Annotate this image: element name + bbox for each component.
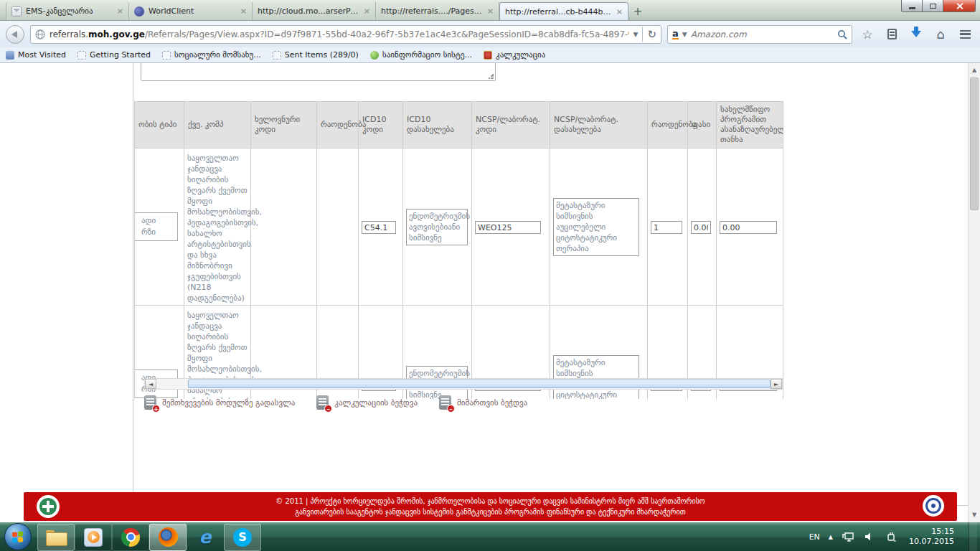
page-vertical-scrollbar[interactable]: ▲ ▼ [968,63,980,522]
downloads-button[interactable] [907,25,925,44]
network-icon[interactable] [842,530,854,543]
volume-icon[interactable] [863,530,876,543]
hidden-icons-arrow-icon[interactable]: ▲ [829,534,833,540]
taskbar-ie-button[interactable]: e [187,524,224,551]
program-text: საყოველთაო ჯანდაცვა სიღარიბის ზღვარს ქვე… [187,153,248,303]
page-footer: © 2011 | პროექტი ხორციელდება შრომის, ჯან… [24,492,957,521]
tab-close-icon[interactable]: × [117,6,123,16]
back-button[interactable] [6,25,24,44]
table-horizontal-scrollbar[interactable]: ◄ ► [144,378,783,390]
tab-title: http://referrals..../Pages/List.aspx [381,6,483,16]
footer-line1: © 2011 | პროექტი ხორციელდება შრომის, ჯან… [24,496,957,507]
tab-referrals-list[interactable]: http://referrals..../Pages/List.aspx × [376,2,499,20]
icd10-name-textarea[interactable]: ენდომეტრიუმის ავთვისებიანი სიმსივნე [406,209,468,245]
taskbar-skype-button[interactable]: S [224,524,261,551]
coat-of-arms-icon [484,51,492,60]
ncsp-name-textarea[interactable]: მეტასტაზური სიმსივნის აუცილებელი ციტოსტა… [553,198,639,256]
hamburger-icon [960,30,971,39]
menu-button[interactable] [956,25,974,44]
bookmark-calculation[interactable]: კალკულაცია [484,50,545,60]
icd10-code-input[interactable] [362,221,396,234]
ncsp-name-textarea[interactable]: მეტასტაზური სიმსივნის აუცილებელი ციტოსტა… [553,355,639,400]
url-bar[interactable]: referrals.moh.gov.ge/Referrals/Pages/Vie… [30,25,661,44]
star-icon: ☆ [862,27,872,42]
window-controls [901,0,976,12]
language-indicator[interactable]: EN [809,532,820,542]
minimize-button[interactable] [901,0,923,12]
default-favicon-icon [77,51,86,60]
restore-button[interactable] [923,0,943,12]
search-input[interactable] [691,29,834,39]
bookmark-sent-items[interactable]: Sent Items (289/0) [273,50,359,60]
col-header-icd10-name: ICD10 დასახელება [403,102,472,149]
show-desktop-button[interactable] [969,522,977,551]
bookmark-info-system[interactable]: საინფორმაციო სისტე... [370,50,472,60]
tab-cloud[interactable]: http://cloud.mo...arserPage.aspx × [253,2,376,20]
engine-dropdown-icon[interactable]: ▼ [682,31,687,38]
tab-worldclient[interactable]: WorldClient × [129,2,253,20]
tab-close-icon[interactable]: × [240,6,247,16]
col-header-subcomponent: ქვე. კომპ [184,102,251,149]
windows-logo-icon [12,531,24,543]
amazon-engine-icon[interactable]: a [672,29,679,39]
start-button[interactable] [4,523,32,550]
default-favicon-icon [273,51,281,60]
col-header-type: ობის ტიპი [135,102,184,149]
reimbursement-input[interactable] [720,221,777,234]
col-header-ncsp-name: NCSP/ლაბორატ. დასახელება [550,102,648,149]
bookmarks-menu-button[interactable] [882,25,901,44]
green-favicon-icon [370,51,379,60]
taskbar-media-player-button[interactable] [75,524,112,551]
home-button[interactable]: ⌂ [931,25,950,44]
tab-close-icon[interactable]: × [616,7,623,17]
url-dropdown-icon[interactable]: ▼ [633,31,639,38]
tab-close-icon[interactable]: × [487,6,494,16]
tab-referrals-view-active[interactable]: http://referral...cb-b444bfc8b7f6 × [499,2,628,20]
tab-title: http://cloud.mo...arserPage.aspx [258,6,359,16]
taskbar-firefox-button[interactable] [149,524,187,551]
search-bar[interactable]: a ▼ [667,25,852,44]
quantity-input[interactable] [651,221,682,234]
scroll-left-button[interactable]: ◄ [145,379,156,389]
col-header-reimbursement: სახელმწიფო პროგრამით ასანაზღაურებელი თან… [717,102,783,149]
desktop-screen: EMS-კანცელარია × WorldClient × http://cl… [0,0,980,551]
scroll-down-button[interactable]: ▼ [969,509,980,521]
print-referral-link[interactable]: – მიმართვის ბეჭდვა [439,395,527,410]
skype-icon: S [233,528,252,547]
resize-grip-icon[interactable] [489,74,494,79]
bookmark-most-visited[interactable]: Most Visited [6,50,66,60]
go-to-cases-module-link[interactable]: + შემთხვევების მოდულზე გადასვლა [144,395,295,410]
price-input[interactable] [691,221,711,234]
taskbar-chrome-button[interactable] [112,524,149,551]
page-viewport: ობის ტიპი ქვე. კომპ ხელოვნური კოდი რაოდე… [0,63,968,522]
reload-icon[interactable]: ↻ [647,28,656,41]
services-table-container: ობის ტიპი ქვე. კომპ ხელოვნური კოდი რაოდე… [134,101,783,399]
col-header-quantity: რაოდენობა [317,102,359,149]
bookmark-social-services[interactable]: სოციალური მომსახუ... [162,50,261,60]
tab-title: EMS-კანცელარია [26,6,113,16]
scroll-up-button[interactable]: ▲ [969,65,980,76]
print-calculation-link[interactable]: – კალკულაციის ბეჭდვა [316,395,418,410]
scrollbar-thumb[interactable] [970,77,979,210]
bookmark-getting-started[interactable]: Getting Started [77,50,151,60]
taskbar-clock[interactable]: 15:15 10.07.2015 [909,527,954,547]
tab-ems[interactable]: EMS-კანცელარია × [6,2,129,20]
comment-textarea[interactable] [141,63,496,81]
bookmark-star-button[interactable]: ☆ [858,25,877,44]
col-header-artificial-code: ხელოვნური კოდი [251,102,317,149]
ncsp-code-input[interactable] [475,221,541,234]
search-icon[interactable] [837,29,847,39]
power-plug-icon[interactable] [885,530,897,543]
tab-close-icon[interactable]: × [364,6,370,16]
bookmarks-bar: Most Visited Getting Started სოციალური მ… [0,47,980,63]
artificial-code-cell [251,149,317,306]
action-links: + შემთხვევების მოდულზე გადასვლა – კალკულ… [144,395,527,410]
globe-favicon-icon [134,6,144,17]
home-icon: ⌂ [936,27,944,42]
taskbar-explorer-button[interactable] [37,524,75,551]
type-field[interactable]: ადირზი [134,212,178,241]
new-tab-button[interactable]: + [628,4,647,19]
close-button[interactable] [943,0,976,12]
scroll-right-button[interactable]: ► [771,379,782,389]
scrollbar-thumb[interactable] [188,380,771,388]
